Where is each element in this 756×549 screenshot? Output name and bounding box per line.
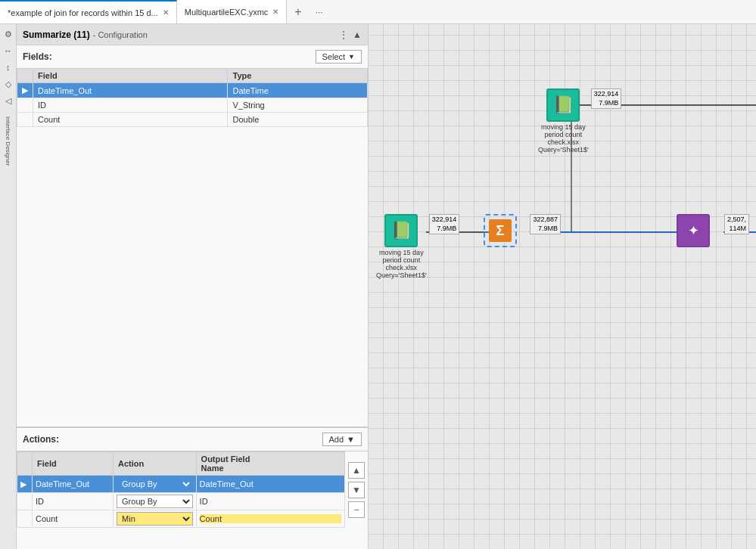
fields-section: Fields: Select ▼ Field Type ▶ DateTime_O… [17, 45, 368, 428]
actions-col-field: Field [33, 452, 114, 476]
interface-designer-label: Interface Designer [5, 116, 11, 166]
actions-row-output[interactable] [196, 476, 344, 493]
sidebar-icon-find-replace[interactable]: ↔ [2, 44, 15, 57]
actions-row-output[interactable] [196, 493, 344, 510]
top-reader-box[interactable]: 📗 [546, 88, 580, 122]
join-box[interactable]: ✦ [677, 214, 710, 247]
action-delete-button[interactable]: − [348, 501, 365, 518]
panel-title: Summarize (11) [23, 29, 90, 40]
bottom-reader-badge-count: 322,914 [432, 216, 457, 225]
summarize-badge-count: 322,887 [533, 216, 558, 225]
tab-example[interactable]: *example of join for records within 15 d… [0, 0, 177, 23]
join-badge-size: 114M [727, 225, 746, 234]
actions-row-field: Count [33, 510, 114, 528]
fields-col-type: Type [228, 69, 368, 83]
sidebar-icon-arrow[interactable]: ↕ [2, 60, 15, 74]
panel-menu-icon[interactable]: ⋮ [339, 29, 348, 40]
output-field-input-1[interactable] [200, 497, 341, 506]
actions-row-field: ID [33, 493, 114, 510]
actions-row-field: DateTime_Out [33, 476, 114, 493]
sidebar-icon-diamond[interactable]: ◇ [2, 77, 15, 91]
actions-row-action[interactable]: Min Group By Sum Min Max Count Avg [114, 510, 197, 528]
node-bottom-reader[interactable]: 📗 322,914 7.9MB moving 15 dayperiod coun… [376, 214, 427, 279]
actions-row-output[interactable] [196, 510, 344, 528]
sidebar-icons: ⚙ ↔ ↕ ◇ ◁ Interface Designer [0, 24, 17, 549]
fields-row-0[interactable]: ▶ DateTime_Out DateTime [17, 83, 368, 98]
summarize-box[interactable]: Σ [484, 214, 517, 247]
panel-icons: ⋮ ▲ [339, 29, 362, 40]
fields-row-2[interactable]: Count Double [17, 113, 368, 127]
join-icon: ✦ [688, 222, 699, 239]
panel-subtitle: - Configuration [93, 30, 148, 39]
fields-col-indicator [17, 69, 33, 83]
fields-row-1[interactable]: ID V_String [17, 98, 368, 113]
actions-header: Actions: Add ▼ [17, 428, 368, 451]
fields-row-type: DateTime [228, 83, 368, 98]
bottom-reader-icon: 📗 [391, 221, 412, 240]
actions-row-action[interactable]: Group By Group By Sum Min Max Count Avg [114, 493, 197, 510]
actions-row-action[interactable]: Group By Group By Sum Min Max Count Avg [114, 476, 197, 493]
join-badge: 2,507, 114M [724, 214, 749, 234]
actions-table-wrap: Field Action Output FieldName ▶ DateTime… [17, 451, 345, 528]
tab-more-button[interactable]: ··· [310, 7, 329, 17]
actions-row-2[interactable]: Count Min Group By Sum Min Max Count Avg [17, 510, 345, 528]
add-button[interactable]: Add ▼ [322, 433, 362, 446]
summarize-badge: 322,887 7.9MB [530, 214, 561, 234]
action-select-2[interactable]: Min Group By Sum Min Max Count Avg [117, 512, 193, 526]
bottom-reader-badge: 322,914 7.9MB [429, 214, 460, 234]
tab-multiquartile-label: MultiquartileEXC.yxmc [185, 8, 269, 17]
fields-row-indicator [17, 98, 33, 113]
add-button-label: Add [329, 435, 344, 444]
actions-col-indicator [17, 452, 33, 476]
top-reader-badge-size: 7.9MB [594, 99, 619, 108]
bottom-reader-label: moving 15 dayperiod countcheck.xlsxQuery… [376, 249, 427, 279]
add-chevron-icon: ▼ [347, 435, 355, 444]
actions-row-0[interactable]: ▶ DateTime_Out Group By Group By Sum Min… [17, 476, 345, 493]
panel-collapse-icon[interactable]: ▲ [353, 29, 362, 40]
summarize-sigma-icon: Σ [496, 223, 505, 239]
fields-row-indicator [17, 113, 33, 127]
select-chevron-icon: ▼ [348, 53, 355, 60]
tab-example-close[interactable]: ✕ [163, 8, 169, 17]
actions-label: Actions: [23, 434, 59, 445]
fields-row-field: ID [33, 98, 228, 113]
top-reader-badge-count: 322,914 [594, 90, 619, 99]
canvas-panel: 📗 322,914 7.9MB moving 15 dayperiod coun… [369, 24, 756, 549]
top-reader-label: moving 15 dayperiod countcheck.xlsxQuery… [538, 123, 589, 154]
fields-row-type: V_String [228, 98, 368, 113]
canvas-grid[interactable]: 📗 322,914 7.9MB moving 15 dayperiod coun… [369, 24, 756, 549]
action-move-down-button[interactable]: ▼ [348, 482, 365, 498]
actions-row-indicator [17, 510, 33, 528]
action-select-1[interactable]: Group By Group By Sum Min Max Count Avg [117, 495, 193, 508]
actions-section: Actions: Add ▼ Field Action Output [17, 428, 368, 549]
bottom-reader-box[interactable]: 📗 [384, 214, 418, 247]
actions-table: Field Action Output FieldName ▶ DateTime… [17, 451, 345, 528]
config-panel: Summarize (11) - Configuration ⋮ ▲ Field… [17, 24, 369, 549]
select-button[interactable]: Select ▼ [316, 50, 362, 64]
actions-row-indicator [17, 493, 33, 510]
node-join[interactable]: ✦ 2,507, 114M [677, 214, 710, 247]
tab-add-button[interactable]: + [287, 5, 309, 19]
actions-row-1[interactable]: ID Group By Group By Sum Min Max Count A… [17, 493, 345, 510]
fields-header: Fields: Select ▼ [17, 45, 368, 68]
fields-row-field: Count [33, 113, 228, 127]
action-select-0[interactable]: Group By Group By Sum Min Max Count Avg [117, 477, 193, 491]
sidebar-icon-settings[interactable]: ⚙ [2, 27, 15, 41]
output-field-input-2[interactable] [200, 514, 341, 523]
actions-col-output: Output FieldName [196, 452, 344, 476]
action-move-up-button[interactable]: ▲ [348, 462, 365, 479]
tab-multiquartile[interactable]: MultiquartileEXC.yxmc ✕ [177, 0, 288, 23]
sidebar-icon-interface[interactable]: ◁ [2, 94, 15, 107]
fields-row-field: DateTime_Out [33, 83, 228, 98]
actions-col-action: Action [114, 452, 197, 476]
bottom-reader-badge-size: 7.9MB [432, 225, 457, 234]
tab-multiquartile-close[interactable]: ✕ [272, 8, 278, 16]
output-field-input-0[interactable] [200, 479, 341, 489]
summarize-inner-box: Σ [489, 219, 512, 242]
tab-bar: *example of join for records within 15 d… [0, 0, 756, 24]
node-top-reader[interactable]: 📗 322,914 7.9MB moving 15 dayperiod coun… [538, 88, 589, 154]
node-summarize[interactable]: Σ 322,887 7.9MB [484, 214, 517, 247]
fields-row-type: Double [228, 113, 368, 127]
action-side-buttons: ▲ ▼ − [345, 451, 368, 528]
fields-label: Fields: [23, 51, 52, 62]
